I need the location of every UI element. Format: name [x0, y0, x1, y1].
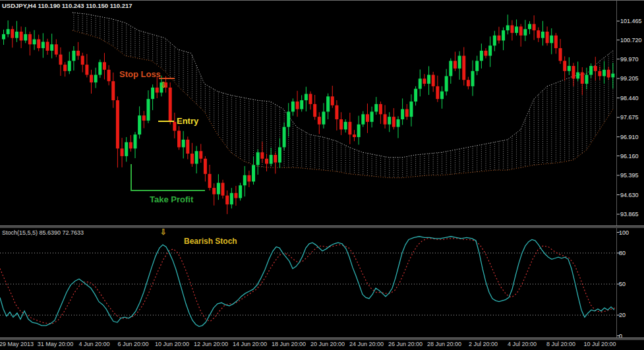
time-axis-label: 10 Jun 20:00: [155, 341, 189, 347]
time-axis-label: 18 Jun 20:00: [272, 341, 306, 347]
time-axis-label: 8 Jul 20:00: [546, 341, 575, 347]
chart-title: USDJPY,H4 110.190 110.243 110.150 110.21…: [2, 2, 132, 9]
time-axis-label: 29 May 2013: [0, 341, 34, 347]
time-axis-label: 10 Jul 20:00: [583, 341, 616, 347]
time-axis-label: 31 May 20:00: [38, 341, 74, 347]
price-axis-separator: [616, 1, 617, 337]
price-axis-label: 99.205: [620, 75, 639, 82]
time-axis-separator: [0, 337, 644, 340]
price-axis-label: 96.160: [620, 153, 639, 160]
time-axis-label: 4 Jul 20:00: [508, 341, 537, 347]
stoch-scale-label: 100: [619, 229, 629, 236]
stoch-scale-label: 80: [619, 250, 626, 256]
stoch-sell-arrow-icon: ⇩: [160, 228, 167, 236]
stochastic-pane[interactable]: [0, 227, 644, 337]
price-axis-label: 101.465: [620, 18, 642, 24]
main-chart-pane[interactable]: [0, 1, 644, 225]
price-axis-label: 96.910: [620, 134, 639, 140]
stoch-scale-label: 20: [619, 312, 626, 318]
time-axis-label: 12 Jun 20:00: [194, 341, 228, 347]
mt4-chart-window: USDJPY,H4 110.190 110.243 110.150 110.21…: [0, 0, 644, 350]
time-axis-label: 24 Jun 20:00: [349, 341, 384, 347]
stoch-main-line: [0, 237, 614, 327]
time-axis-label: 6 Jun 20:00: [117, 341, 148, 347]
stochastic-label: Stoch(15,5,5) 85.6390 72.7633: [2, 229, 84, 237]
price-axis-label: 93.865: [620, 211, 639, 218]
take-profit-label: Take Profit: [150, 194, 193, 204]
price-axis-label: 99.970: [620, 56, 639, 63]
bearish-stoch-label: Bearish Stoch: [184, 237, 237, 246]
pane-separator[interactable]: [0, 225, 644, 228]
time-axis-label: 28 Jun 20:00: [427, 341, 461, 347]
trade-annotation-lines: [131, 78, 205, 190]
time-axis-label: 14 Jun 20:00: [233, 341, 267, 347]
time-axis-label: 20 Jun 20:00: [310, 341, 345, 347]
take-profit-line: [131, 164, 205, 190]
sell-signal-arrow-icon: ⇩: [160, 81, 167, 89]
price-axis-label: 100.720: [620, 37, 642, 44]
stoch-scale-label: 50: [619, 281, 626, 287]
price-axis-label: 98.440: [620, 95, 639, 102]
price-axis-label: 94.630: [620, 192, 639, 198]
senkou-span-b-line: [73, 13, 613, 158]
time-axis-label: 2 Jul 20:00: [469, 341, 498, 347]
time-axis-label: 4 Jun 20:00: [78, 341, 109, 347]
entry-label: Entry: [177, 116, 198, 126]
time-axis-label: 26 Jun 20:00: [388, 341, 423, 347]
senkou-span-a-line: [73, 30, 613, 178]
price-axis-label: 95.395: [620, 172, 639, 179]
candlestick-series: [2, 15, 614, 214]
price-axis-label: 97.675: [620, 114, 639, 121]
stop-loss-label: Stop Loss: [119, 69, 161, 79]
